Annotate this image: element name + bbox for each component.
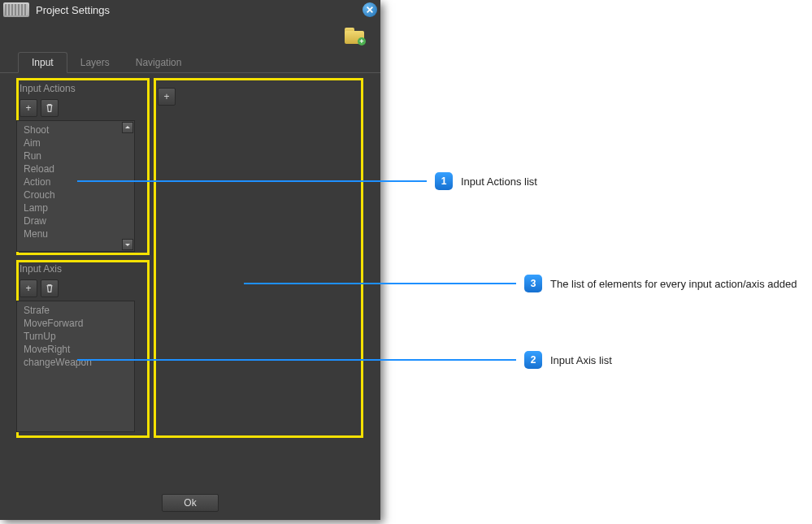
list-item[interactable]: MoveForward [19,317,132,330]
keyboard-icon [3,2,29,17]
tabs: Input Layers Navigation [0,52,380,73]
list-item[interactable]: Shoot [19,123,119,136]
input-axis-section: Input Axis + Strafe MoveForward TurnUp M… [16,263,146,432]
list-item[interactable]: TurnUp [19,330,132,343]
chevron-down-icon [124,241,131,248]
highlight-elements [154,78,363,438]
list-item[interactable]: Crouch [19,188,119,201]
input-actions-label: Input Actions [16,83,146,94]
list-item[interactable]: Lamp [19,201,119,214]
add-axis-button[interactable]: + [20,279,37,297]
trash-icon [45,284,54,293]
close-button[interactable] [363,2,377,17]
ok-button[interactable]: Ok [162,494,219,512]
callout-text: The list of elements for every input act… [550,278,797,290]
dialog-toolbar: + [0,19,380,52]
tab-input[interactable]: Input [18,52,67,73]
input-axis-label: Input Axis [16,263,146,275]
right-column: + [158,88,176,106]
window-title: Project Settings [36,4,356,16]
scroll-up-button[interactable] [122,122,133,133]
trash-icon [45,103,54,113]
callout-badge: 2 [524,351,542,369]
input-actions-section: Input Actions + Shoot Aim Run Reload Act… [16,83,146,252]
list-item[interactable]: Menu [19,227,119,240]
list-item[interactable]: Aim [19,136,119,149]
callout-text: Input Actions list [461,175,537,188]
list-item[interactable]: Run [19,149,119,162]
callout-3: 3 The list of elements for every input a… [244,275,797,292]
callout-badge: 1 [435,172,453,190]
callout-badge: 3 [524,275,542,292]
callout-1: 1 Input Actions list [77,172,537,190]
content-area: Input Actions + Shoot Aim Run Reload Act… [0,73,380,448]
tab-navigation[interactable]: Navigation [123,53,195,72]
open-folder-button[interactable]: + [345,28,364,44]
add-element-button[interactable]: + [158,88,176,106]
list-item[interactable]: Strafe [19,304,132,317]
left-column: Input Actions + Shoot Aim Run Reload Act… [16,83,146,432]
tab-layers[interactable]: Layers [67,53,123,72]
close-icon [366,6,374,14]
project-settings-dialog: Project Settings + Input Layers Navigati… [0,0,380,520]
add-action-button[interactable]: + [20,99,37,117]
delete-axis-button[interactable] [41,279,59,297]
callout-text: Input Axis list [550,354,612,366]
scroll-down-button[interactable] [122,239,133,250]
titlebar: Project Settings [0,0,380,19]
chevron-up-icon [124,124,131,131]
delete-action-button[interactable] [41,99,59,117]
callout-2: 2 Input Axis list [77,351,612,369]
list-item[interactable]: Draw [19,214,119,227]
